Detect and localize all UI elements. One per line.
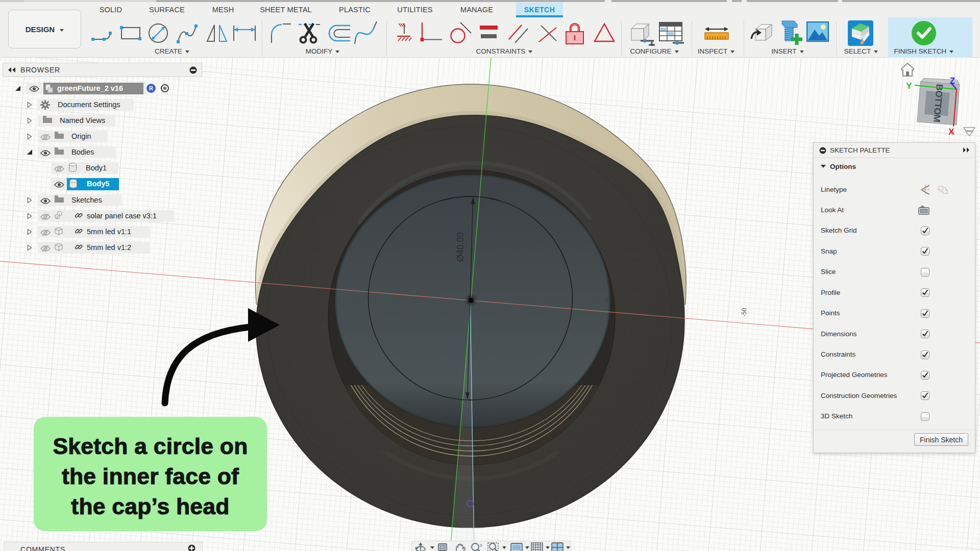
svg-text:Z: Z	[950, 76, 955, 86]
svg-text:Y: Y	[906, 81, 912, 91]
svg-text:25: 25	[446, 431, 454, 439]
svg-text:±: ±	[480, 542, 482, 547]
svg-text:-25: -25	[605, 296, 612, 306]
svg-text:-50: -50	[741, 308, 748, 317]
svg-text:Ø40.00: Ø40.00	[455, 232, 465, 262]
svg-text:X: X	[948, 127, 954, 137]
